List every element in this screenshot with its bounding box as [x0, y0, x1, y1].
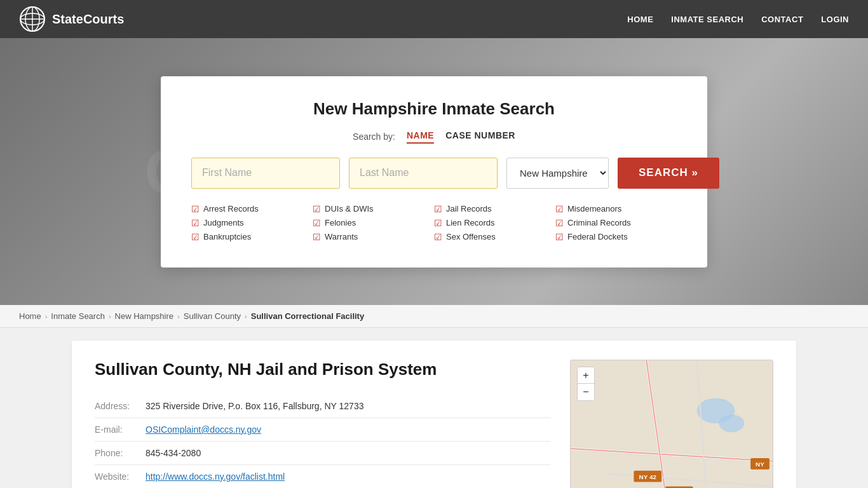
breadcrumb-county[interactable]: Sullivan County [184, 311, 241, 321]
check-label: Lien Records [446, 218, 495, 227]
nav-contact[interactable]: CONTACT [761, 15, 803, 24]
check-criminal-records: ☑ Criminal Records [555, 218, 677, 228]
check-icon: ☑ [191, 218, 200, 228]
check-icon: ☑ [434, 204, 442, 214]
check-label: Judgments [203, 218, 244, 227]
svg-point-7 [719, 414, 744, 432]
check-icon: ☑ [313, 204, 321, 214]
logo-text: StateCourts [52, 12, 124, 27]
email-link[interactable]: OSIComplaint@doccs.ny.gov [146, 424, 261, 435]
tab-name[interactable]: NAME [407, 130, 434, 144]
checklist-col-3: ☑ Jail Records ☑ Lien Records ☑ Sex Offe… [434, 204, 555, 242]
email-label: E-mail: [95, 418, 146, 442]
check-label: Arrest Records [203, 204, 259, 214]
checklist-col-2: ☑ DUIs & DWIs ☑ Felonies ☑ Warrants [313, 204, 434, 242]
site-nav: HOME INMATE SEARCH CONTACT LOGIN [627, 15, 849, 24]
check-label: Sex Offenses [446, 232, 496, 241]
breadcrumb-sep: › [45, 313, 48, 320]
tab-case-number[interactable]: CASE NUMBER [445, 130, 515, 144]
check-lien-records: ☑ Lien Records [434, 218, 555, 228]
last-name-input[interactable] [349, 158, 498, 189]
check-icon: ☑ [191, 204, 200, 214]
facility-info: Sullivan County, NH Jail and Prison Syst… [95, 360, 551, 488]
map-zoom-controls: + − [577, 367, 595, 401]
check-felonies: ☑ Felonies [313, 218, 434, 228]
checklist-col-1: ☑ Arrest Records ☑ Judgments ☑ Bankruptc… [191, 204, 313, 242]
check-label: Misdemeanors [567, 204, 621, 214]
check-jail-records: ☑ Jail Records [434, 204, 555, 214]
check-icon: ☑ [313, 218, 321, 228]
site-logo[interactable]: StateCourts [19, 6, 124, 32]
check-duis: ☑ DUIs & DWIs [313, 204, 434, 214]
search-button[interactable]: SEARCH » [618, 158, 719, 189]
check-label: Criminal Records [567, 218, 631, 227]
check-icon: ☑ [434, 232, 442, 242]
breadcrumb-home[interactable]: Home [19, 311, 41, 321]
check-label: Warrants [325, 232, 358, 241]
check-label: Jail Records [446, 204, 492, 214]
phone-label: Phone: [95, 442, 146, 465]
check-warrants: ☑ Warrants [313, 232, 434, 242]
main-content: Sullivan County, NH Jail and Prison Syst… [53, 328, 815, 488]
breadcrumb-inmate-search[interactable]: Inmate Search [51, 311, 105, 321]
search-inputs-row: New Hampshire SEARCH » [191, 158, 677, 189]
website-value: http://www.doccs.ny.gov/faclist.html [146, 465, 551, 489]
svg-text:NY 42: NY 42 [639, 473, 657, 480]
hero-section: COURTHOUSE New Hampshire Inmate Search S… [0, 38, 868, 305]
info-table: Address: 325 Riverside Drive, P.o. Box 1… [95, 395, 551, 488]
address-value: 325 Riverside Drive, P.o. Box 116, Falls… [146, 395, 551, 418]
breadcrumb-state[interactable]: New Hampshire [115, 311, 173, 321]
map-zoom-in[interactable]: + [578, 367, 594, 384]
facility-title: Sullivan County, NH Jail and Prison Syst… [95, 360, 551, 379]
check-sex-offenses: ☑ Sex Offenses [434, 232, 555, 242]
address-row: Address: 325 Riverside Drive, P.o. Box 1… [95, 395, 551, 418]
check-label: Federal Dockets [567, 232, 628, 241]
checklist-grid: ☑ Arrest Records ☑ Judgments ☑ Bankruptc… [191, 204, 677, 242]
website-label: Website: [95, 465, 146, 489]
breadcrumb: Home › Inmate Search › New Hampshire › S… [0, 305, 868, 328]
check-icon: ☑ [555, 204, 564, 214]
website-row: Website: http://www.doccs.ny.gov/faclist… [95, 465, 551, 489]
check-arrest-records: ☑ Arrest Records [191, 204, 313, 214]
check-icon: ☑ [555, 218, 564, 228]
facility-card: Sullivan County, NH Jail and Prison Syst… [72, 341, 796, 488]
search-card-title: New Hampshire Inmate Search [191, 99, 677, 119]
check-icon: ☑ [313, 232, 321, 242]
email-row: E-mail: OSIComplaint@doccs.ny.gov [95, 418, 551, 442]
email-value: OSIComplaint@doccs.ny.gov [146, 418, 551, 442]
check-misdemeanors: ☑ Misdemeanors [555, 204, 677, 214]
address-label: Address: [95, 395, 146, 418]
breadcrumb-current: Sullivan Correctional Facility [251, 311, 364, 321]
search-by-row: Search by: NAME CASE NUMBER [191, 130, 677, 144]
map-container: + − NY 42 NY 52 [570, 360, 773, 488]
breadcrumb-sep: › [177, 313, 180, 320]
check-bankruptcies: ☑ Bankruptcies [191, 232, 313, 242]
check-label: Bankruptcies [203, 232, 251, 241]
phone-row: Phone: 845-434-2080 [95, 442, 551, 465]
logo-icon [19, 6, 46, 32]
phone-value: 845-434-2080 [146, 442, 551, 465]
website-link[interactable]: http://www.doccs.ny.gov/faclist.html [146, 471, 285, 482]
check-icon: ☑ [555, 232, 564, 242]
nav-home[interactable]: HOME [627, 15, 653, 24]
check-label: Felonies [325, 218, 356, 227]
breadcrumb-sep: › [245, 313, 247, 320]
breadcrumb-sep: › [109, 313, 111, 320]
search-card: New Hampshire Inmate Search Search by: N… [161, 76, 707, 268]
search-by-label: Search by: [353, 132, 395, 142]
checklist-col-4: ☑ Misdemeanors ☑ Criminal Records ☑ Fede… [555, 204, 677, 242]
check-judgments: ☑ Judgments [191, 218, 313, 228]
first-name-input[interactable] [191, 158, 340, 189]
svg-text:NY: NY [756, 461, 764, 468]
map-zoom-out[interactable]: − [578, 384, 594, 400]
check-icon: ☑ [434, 218, 442, 228]
nav-login[interactable]: LOGIN [821, 15, 849, 24]
site-header: StateCourts HOME INMATE SEARCH CONTACT L… [0, 0, 868, 38]
check-label: DUIs & DWIs [325, 204, 374, 214]
check-icon: ☑ [191, 232, 200, 242]
check-federal-dockets: ☑ Federal Dockets [555, 232, 677, 242]
map-svg: NY 42 NY 52 NY [571, 360, 773, 488]
state-select[interactable]: New Hampshire [506, 158, 609, 189]
nav-inmate-search[interactable]: INMATE SEARCH [671, 15, 743, 24]
